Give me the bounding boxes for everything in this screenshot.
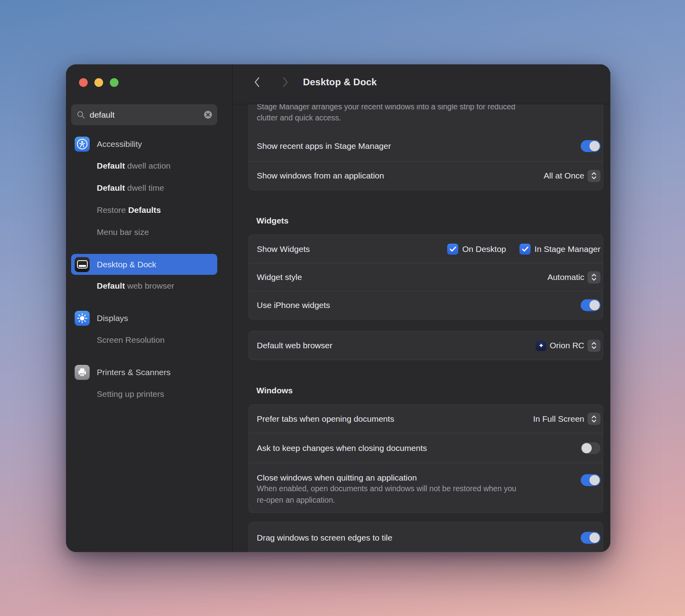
default-browser-group: Default web browser ✦ Orion RC — [248, 331, 603, 360]
system-settings-window: default Accessibility — [66, 64, 610, 552]
sidebar-section-gap — [71, 243, 217, 254]
ask-to-keep-changes-toggle[interactable] — [581, 442, 600, 454]
sidebar-item-restore-defaults[interactable]: Restore Defaults — [71, 199, 217, 221]
toggle-knob — [589, 300, 600, 310]
desktop-dock-icon — [75, 257, 90, 272]
on-desktop-option[interactable]: On Desktop — [447, 244, 506, 255]
row-label: Widget style — [257, 272, 302, 282]
show-recent-apps-toggle[interactable] — [581, 140, 600, 152]
close-button[interactable] — [79, 78, 88, 87]
checkbox-label: In Stage Manager — [534, 244, 600, 254]
back-button[interactable] — [252, 77, 262, 87]
displays-icon — [75, 311, 90, 326]
sidebar-item-menu-bar-size[interactable]: Menu bar size — [71, 221, 217, 243]
section-header-widgets: Widgets — [248, 216, 604, 226]
widgets-group: Show Widgets On Desktop — [248, 235, 603, 319]
sidebar-item-accessibility[interactable]: Accessibility — [71, 133, 217, 155]
zoom-button[interactable] — [110, 78, 119, 87]
popup-chevrons-icon[interactable] — [587, 271, 600, 284]
minimize-button[interactable] — [94, 78, 103, 87]
traffic-lights — [79, 78, 119, 87]
match-text: Default — [97, 281, 125, 290]
toggle-knob — [581, 443, 592, 453]
sidebar-item-default-web-browser[interactable]: Default web browser — [71, 275, 217, 297]
popup-value: Orion RC — [550, 341, 584, 350]
description-line: re-open an application. — [257, 494, 516, 506]
settings-scroll-area[interactable]: Stage Manager arranges your recent windo… — [233, 104, 610, 552]
rest-text: Restore — [97, 205, 128, 214]
match-text: Defaults — [128, 205, 161, 214]
section-header-windows: Windows — [248, 385, 604, 396]
sidebar-item-default-dwell-action[interactable]: Default dwell action — [71, 155, 217, 177]
sidebar-item-default-dwell-time[interactable]: Default dwell time — [71, 177, 217, 199]
widget-style-row: Widget style Automatic — [249, 263, 603, 291]
description-line: Stage Manager arranges your recent windo… — [257, 104, 595, 112]
rest-text: dwell action — [125, 161, 171, 170]
sidebar-item-displays[interactable]: Displays — [71, 308, 217, 329]
sidebar-item-label: Desktop & Dock — [97, 260, 156, 269]
close-windows-toggle[interactable] — [581, 474, 600, 486]
sidebar-item-desktop-and-dock[interactable]: Desktop & Dock — [71, 254, 217, 275]
show-widgets-row: Show Widgets On Desktop — [249, 235, 603, 263]
close-windows-text: Close windows when quitting an applicati… — [257, 473, 516, 506]
drag-to-tile-toggle[interactable] — [581, 532, 600, 544]
use-iphone-widgets-toggle[interactable] — [581, 299, 600, 311]
content-pane: Desktop & Dock Stage Manager arranges yo… — [233, 64, 610, 552]
row-label: Close windows when quitting an applicati… — [257, 473, 516, 483]
show-recent-apps-row: Show recent apps in Stage Manager — [249, 131, 603, 161]
description-line: clutter and quick access. — [257, 112, 595, 123]
forward-button[interactable] — [280, 77, 290, 87]
desktop-background: default Accessibility — [0, 0, 685, 616]
sidebar-item-printers-scanners[interactable]: Printers & Scanners — [71, 362, 217, 383]
rest-text: dwell time — [125, 183, 164, 192]
search-input-value[interactable]: default — [90, 110, 203, 120]
sidebar-item-label: Displays — [97, 314, 128, 323]
popup-chevrons-icon[interactable] — [587, 170, 600, 182]
toggle-knob — [589, 475, 600, 485]
ask-to-keep-changes-row: Ask to keep changes when closing documen… — [249, 433, 603, 463]
sidebar-item-setting-up-printers[interactable]: Setting up printers — [71, 383, 217, 405]
match-text: Default — [97, 183, 125, 192]
checkmark-icon — [450, 246, 456, 252]
tiling-group: Drag windows to screen edges to tile — [248, 522, 603, 552]
page-title: Desktop & Dock — [303, 77, 377, 88]
row-label: Ask to keep changes when closing documen… — [257, 443, 427, 453]
orion-browser-icon: ✦ — [536, 340, 546, 351]
row-label: Show Widgets — [257, 244, 310, 254]
stage-manager-description: Stage Manager arranges your recent windo… — [249, 104, 603, 131]
rest-text: Menu bar size — [97, 227, 149, 237]
sidebar: default Accessibility — [66, 64, 233, 552]
search-icon — [77, 111, 85, 119]
in-stage-manager-option[interactable]: In Stage Manager — [519, 244, 600, 255]
use-iphone-widgets-row: Use iPhone widgets — [249, 291, 603, 319]
content-header: Desktop & Dock — [233, 64, 610, 104]
rest-text: web browser — [125, 281, 174, 290]
close-windows-row: Close windows when quitting an applicati… — [249, 463, 603, 513]
toggle-knob — [589, 533, 600, 543]
row-description: When enabled, open documents and windows… — [257, 483, 516, 506]
accessibility-icon — [75, 137, 90, 152]
on-desktop-checkbox[interactable] — [447, 244, 458, 255]
toggle-knob — [589, 141, 600, 151]
in-stage-manager-checkbox[interactable] — [519, 244, 531, 255]
printer-icon — [75, 365, 90, 380]
popup-chevrons-icon[interactable] — [587, 340, 600, 352]
row-label: Prefer tabs when opening documents — [257, 414, 394, 424]
sidebar-item-screen-resolution[interactable]: Screen Resolution — [71, 329, 217, 351]
popup-chevrons-icon[interactable] — [587, 413, 600, 425]
popup-value: In Full Screen — [533, 414, 584, 424]
sidebar-item-label: Printers & Scanners — [97, 368, 171, 377]
drag-to-tile-row: Drag windows to screen edges to tile — [249, 522, 603, 552]
rest-text: Setting up printers — [97, 389, 164, 399]
prefer-tabs-row: Prefer tabs when opening documents In Fu… — [249, 405, 603, 433]
stage-manager-group: Stage Manager arranges your recent windo… — [248, 104, 603, 190]
clear-search-icon[interactable] — [203, 110, 213, 119]
row-label: Show recent apps in Stage Manager — [257, 141, 391, 151]
sidebar-results-list: Accessibility Default dwell action Defau… — [71, 133, 217, 405]
row-label: Drag windows to screen edges to tile — [257, 533, 392, 543]
search-field[interactable]: default — [71, 104, 217, 125]
sidebar-item-label: Accessibility — [97, 139, 142, 149]
match-text: Default — [97, 161, 125, 170]
sidebar-section-gap — [71, 297, 217, 308]
checkmark-icon — [522, 246, 529, 252]
